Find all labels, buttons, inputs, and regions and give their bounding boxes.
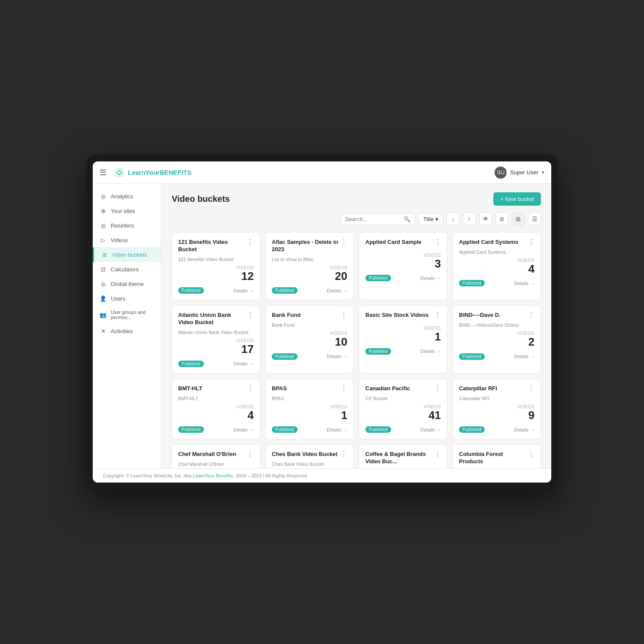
- card-videos: VIDEOS 9: [459, 404, 535, 422]
- details-link[interactable]: Details →: [233, 427, 254, 432]
- card-menu-button[interactable]: ⋮: [340, 385, 347, 392]
- search-box[interactable]: 🔍: [340, 213, 415, 225]
- card-subtitle: CP Bucket: [365, 396, 441, 401]
- link-off-button[interactable]: ⊘: [495, 213, 508, 225]
- sidebar-item-calculators[interactable]: ⊡ Calculators: [93, 262, 161, 276]
- sidebar-item-videos[interactable]: ▷ Videos: [93, 233, 161, 247]
- details-link[interactable]: Details →: [327, 427, 347, 432]
- details-link[interactable]: Details →: [514, 354, 535, 359]
- card-header: Columbia Forest Products ⋮: [459, 451, 535, 465]
- footer-text-end: , 2018 – 2023 | All Rights Reserved.: [233, 473, 308, 478]
- sidebar: ◎ Analytics ⊕ Your sites ◎ Resellers ▷ V…: [93, 184, 161, 468]
- card-subtitle: 121 Benefits Video Bucket: [178, 257, 254, 262]
- card-subtitle: BMT-HLT: [178, 396, 254, 401]
- videos-count: 17: [241, 343, 254, 355]
- details-link[interactable]: Details →: [420, 276, 441, 281]
- chevron-down-icon: ▾: [542, 170, 544, 175]
- sidebar-item-user-groups[interactable]: 👥 User groups and permiss...: [93, 306, 161, 324]
- videos-count: 3: [435, 258, 441, 270]
- eye-button[interactable]: 👁: [479, 213, 492, 225]
- card-menu-button[interactable]: ⋮: [434, 385, 441, 392]
- details-link[interactable]: Details →: [514, 281, 535, 286]
- list-view-button[interactable]: ☰: [528, 213, 541, 225]
- card-menu-button[interactable]: ⋮: [528, 312, 535, 319]
- calculators-icon: ⊡: [100, 266, 106, 273]
- sort-select[interactable]: Title ▾: [419, 213, 443, 225]
- sidebar-item-global-theme[interactable]: ◎ Global theme: [93, 276, 161, 291]
- card-menu-button[interactable]: ⋮: [247, 312, 254, 319]
- bucket-card: Atlantic Union Bank Video Bucket ⋮ Atlan…: [172, 305, 260, 373]
- sidebar-item-your-sites[interactable]: ⊕ Your sites: [93, 204, 161, 218]
- card-menu-button[interactable]: ⋮: [247, 385, 254, 392]
- card-menu-button[interactable]: ⋮: [434, 239, 441, 246]
- details-link[interactable]: Details →: [420, 427, 441, 432]
- card-title: Canadian Pacific: [365, 385, 432, 392]
- sort-asc-button[interactable]: ↑: [463, 213, 476, 225]
- grid-view-button[interactable]: ⊞: [512, 213, 525, 225]
- card-title: Aflac Samples - Delete in 2023: [272, 239, 339, 253]
- sidebar-label-analytics: Analytics: [111, 193, 133, 200]
- card-menu-button[interactable]: ⋮: [340, 239, 347, 246]
- card-menu-button[interactable]: ⋮: [528, 451, 535, 458]
- footer: Copyright: © LearnYour WorkLife, Inc. db…: [93, 468, 551, 483]
- card-title: BMT-HLT: [178, 385, 245, 392]
- card-videos: VIDEOS 12: [178, 265, 254, 283]
- search-icon: 🔍: [404, 216, 410, 222]
- published-badge: Published: [272, 426, 298, 433]
- sidebar-item-resellers[interactable]: ◎ Resellers: [93, 218, 161, 233]
- videos-count: 10: [335, 336, 347, 348]
- card-footer: Published Details →: [459, 280, 535, 286]
- bucket-card: BPAS ⋮ BPAS VIDEOS 1 Published Details →: [265, 379, 354, 439]
- new-bucket-button[interactable]: + New bucket: [493, 192, 541, 206]
- logo-text: LearnYourBENEFITS: [128, 169, 191, 176]
- card-header: Chef Marshall O'Brien ⋮: [178, 451, 254, 458]
- card-title: Columbia Forest Products: [459, 451, 526, 465]
- videos-count: 4: [529, 263, 535, 275]
- card-menu-button[interactable]: ⋮: [247, 239, 254, 246]
- sidebar-item-users[interactable]: 👤 Users: [93, 291, 161, 306]
- card-title: Chef Marshall O'Brien: [178, 451, 245, 458]
- hamburger-menu[interactable]: ☰: [100, 168, 106, 177]
- card-footer: Published Details →: [178, 361, 254, 367]
- published-badge: Published: [272, 353, 298, 360]
- logo-icon: [113, 167, 125, 179]
- analytics-icon: ◎: [100, 193, 106, 200]
- details-link[interactable]: Details →: [233, 288, 254, 293]
- sidebar-item-analytics[interactable]: ◎ Analytics: [93, 189, 161, 204]
- details-link[interactable]: Details →: [233, 361, 254, 366]
- sidebar-item-video-buckets[interactable]: ⊞ Video buckets: [93, 247, 161, 262]
- card-header: BIND----Dave D. ⋮: [459, 312, 535, 319]
- search-input[interactable]: [345, 216, 401, 222]
- card-menu-button[interactable]: ⋮: [528, 385, 535, 392]
- details-link[interactable]: Details →: [327, 354, 347, 359]
- card-subtitle: Chef Marshall O'Brien: [178, 462, 254, 467]
- details-link[interactable]: Details →: [327, 288, 347, 293]
- details-link[interactable]: Details →: [514, 427, 535, 432]
- card-menu-button[interactable]: ⋮: [434, 312, 441, 319]
- card-menu-button[interactable]: ⋮: [434, 451, 441, 458]
- videos-count: 20: [335, 270, 347, 283]
- details-link[interactable]: Details →: [420, 349, 441, 354]
- sidebar-item-activities[interactable]: ✕ Activities: [93, 324, 161, 338]
- footer-link[interactable]: LearnYour Benefits: [193, 473, 233, 478]
- card-title: Atlantic Union Bank Video Bucket: [178, 312, 245, 326]
- user-menu[interactable]: SU Super User ▾: [495, 167, 544, 179]
- card-subtitle: Ches Bank Video Bucket: [272, 462, 347, 467]
- video-buckets-icon: ⊞: [101, 251, 108, 258]
- user-name: Super User: [510, 169, 538, 176]
- card-videos: VIDEOS 1: [365, 326, 441, 343]
- card-menu-button[interactable]: ⋮: [247, 451, 254, 458]
- card-menu-button[interactable]: ⋮: [528, 239, 535, 246]
- card-menu-button[interactable]: ⋮: [340, 312, 347, 319]
- card-menu-button[interactable]: ⋮: [340, 451, 347, 458]
- sort-desc-button[interactable]: ↓: [447, 213, 459, 225]
- card-header: Aflac Samples - Delete in 2023 ⋮: [272, 239, 347, 253]
- published-badge: Published: [178, 361, 204, 367]
- card-subtitle: BPAS: [272, 396, 347, 401]
- card-header: BMT-HLT ⋮: [178, 385, 254, 392]
- card-videos: VIDEOS 2: [459, 331, 535, 348]
- card-subtitle: Caterpillar RFI: [459, 396, 535, 401]
- sidebar-label-videos: Videos: [111, 237, 128, 243]
- videos-count: 9: [529, 409, 535, 422]
- card-footer: Published Details →: [459, 426, 535, 433]
